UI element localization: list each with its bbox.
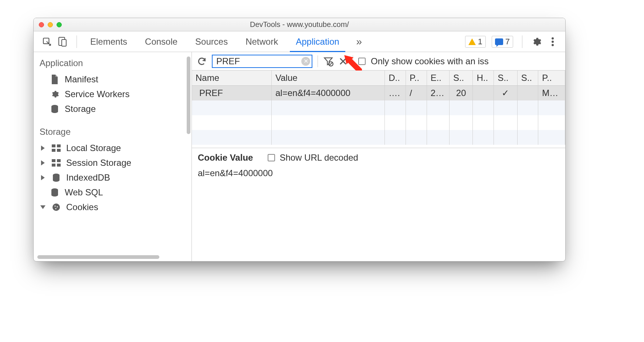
svg-rect-14 bbox=[57, 164, 61, 167]
close-window-button[interactable] bbox=[39, 22, 44, 27]
reload-icon[interactable] bbox=[197, 57, 207, 66]
warning-icon bbox=[468, 38, 476, 45]
cell-name: PREF bbox=[192, 86, 272, 101]
sidebar-item-indexeddb[interactable]: IndexedDB bbox=[34, 170, 191, 185]
svg-rect-8 bbox=[57, 144, 61, 147]
database-icon bbox=[51, 173, 61, 182]
url-decoded-checkbox[interactable] bbox=[268, 154, 275, 161]
chevron-right-icon bbox=[41, 160, 45, 165]
sidebar-item-manifest[interactable]: Manifest bbox=[34, 72, 191, 87]
cell-size: 20 bbox=[449, 86, 473, 101]
col-value[interactable]: Value bbox=[272, 71, 385, 86]
svg-point-17 bbox=[52, 204, 60, 211]
sidebar-item-label: Local Storage bbox=[66, 143, 121, 153]
sidebar-item-label: Cookies bbox=[66, 202, 98, 212]
sidebar-item-label: Session Storage bbox=[66, 158, 131, 168]
cell-same bbox=[517, 86, 538, 101]
sidebar-item-label: Manifest bbox=[65, 74, 98, 85]
filter-input[interactable] bbox=[212, 55, 312, 68]
svg-rect-9 bbox=[52, 149, 55, 152]
url-decoded-label: Show URL decoded bbox=[279, 153, 358, 163]
table-row[interactable] bbox=[192, 130, 565, 145]
col-path[interactable]: P.. bbox=[406, 71, 427, 86]
delete-cookie-icon[interactable] bbox=[339, 57, 348, 66]
tab-console[interactable]: Console bbox=[136, 31, 186, 52]
more-tabs-button[interactable]: » bbox=[350, 36, 369, 48]
col-size[interactable]: S.. bbox=[449, 71, 473, 86]
only-issue-checkbox[interactable] bbox=[358, 58, 366, 65]
table-row[interactable] bbox=[192, 115, 565, 130]
col-httponly[interactable]: H.. bbox=[473, 71, 494, 86]
sidebar-item-label: Storage bbox=[65, 104, 96, 114]
sidebar-item-service-workers[interactable]: Service Workers bbox=[34, 87, 191, 102]
inspect-element-icon[interactable] bbox=[42, 37, 52, 47]
zoom-window-button[interactable] bbox=[57, 22, 62, 27]
devtools-window: DevTools - www.youtube.com/ Elements Con… bbox=[33, 18, 566, 261]
tab-elements[interactable]: Elements bbox=[81, 31, 136, 52]
settings-icon[interactable] bbox=[531, 37, 542, 47]
panel-body: Application Manifest Service Workers Sto… bbox=[34, 52, 565, 261]
cookies-toolbar: ✕ Only s bbox=[192, 52, 565, 71]
cell-http bbox=[473, 86, 494, 101]
warnings-badge[interactable]: 1 bbox=[465, 36, 486, 48]
table-row[interactable]: PREF al=en&f4=4000000 …. / 2… 20 ✓ M… bbox=[192, 86, 565, 101]
col-expires[interactable]: E.. bbox=[427, 71, 449, 86]
col-domain[interactable]: D.. bbox=[385, 71, 406, 86]
minimize-window-button[interactable] bbox=[48, 22, 53, 27]
tab-network[interactable]: Network bbox=[237, 31, 287, 52]
scrollbar-thumb[interactable] bbox=[37, 255, 159, 259]
device-toolbar-icon[interactable] bbox=[57, 37, 68, 47]
devtools-tabbar: Elements Console Sources Network Applica… bbox=[34, 31, 565, 52]
cookie-value-text: al=en&f4=4000000 bbox=[198, 168, 559, 178]
svg-rect-11 bbox=[52, 159, 55, 162]
message-icon bbox=[495, 38, 503, 45]
col-priority[interactable]: P.. bbox=[538, 71, 565, 86]
window-title: DevTools - www.youtube.com/ bbox=[34, 20, 565, 29]
divider bbox=[522, 35, 522, 48]
sidebar-item-storage[interactable]: Storage bbox=[34, 102, 191, 116]
svg-point-20 bbox=[55, 208, 56, 209]
svg-point-18 bbox=[54, 205, 55, 206]
cell-path: / bbox=[406, 86, 427, 101]
tab-sources[interactable]: Sources bbox=[186, 31, 237, 52]
only-issue-label: Only show cookies with an iss bbox=[371, 56, 489, 66]
database-icon bbox=[50, 188, 60, 197]
chevron-right-icon bbox=[41, 175, 45, 180]
scrollbar-thumb[interactable] bbox=[187, 57, 190, 134]
col-name[interactable]: Name bbox=[192, 71, 272, 86]
file-icon bbox=[50, 75, 60, 84]
kebab-menu-icon[interactable] bbox=[548, 37, 558, 47]
sidebar-section-application: Application bbox=[34, 52, 191, 72]
cell-priority: M… bbox=[538, 86, 565, 101]
cell-expires: 2… bbox=[427, 86, 449, 101]
cell-domain: …. bbox=[385, 86, 406, 101]
tab-application[interactable]: Application bbox=[287, 31, 348, 52]
sidebar-item-web-sql[interactable]: Web SQL bbox=[34, 185, 191, 200]
window-titlebar: DevTools - www.youtube.com/ bbox=[34, 18, 565, 31]
sidebar-item-session-storage[interactable]: Session Storage bbox=[34, 155, 191, 170]
sidebar-section-storage: Storage bbox=[34, 116, 191, 141]
grid-icon bbox=[51, 158, 61, 168]
svg-point-4 bbox=[552, 41, 554, 43]
gear-icon bbox=[50, 89, 60, 99]
sidebar-item-cookies[interactable]: Cookies bbox=[34, 200, 191, 215]
cell-secure: ✓ bbox=[494, 86, 518, 101]
filter-field: ✕ bbox=[212, 55, 312, 68]
col-samesite[interactable]: S.. bbox=[517, 71, 538, 86]
col-secure[interactable]: S.. bbox=[494, 71, 518, 86]
svg-point-5 bbox=[552, 44, 554, 46]
table-row[interactable] bbox=[192, 100, 565, 115]
cell-value: al=en&f4=4000000 bbox=[272, 86, 385, 101]
sidebar-item-local-storage[interactable]: Local Storage bbox=[34, 141, 191, 155]
database-icon bbox=[50, 104, 60, 114]
chevron-right-icon bbox=[41, 146, 45, 151]
messages-count: 7 bbox=[505, 37, 510, 47]
messages-badge[interactable]: 7 bbox=[492, 36, 513, 48]
clear-filter-icon[interactable] bbox=[323, 56, 333, 66]
clear-input-icon[interactable]: ✕ bbox=[301, 57, 310, 66]
chevron-down-icon bbox=[40, 205, 45, 209]
svg-rect-7 bbox=[52, 144, 55, 147]
svg-rect-2 bbox=[62, 40, 66, 46]
application-sidebar: Application Manifest Service Workers Sto… bbox=[34, 52, 192, 261]
cookie-value-heading: Cookie Value bbox=[198, 153, 253, 163]
